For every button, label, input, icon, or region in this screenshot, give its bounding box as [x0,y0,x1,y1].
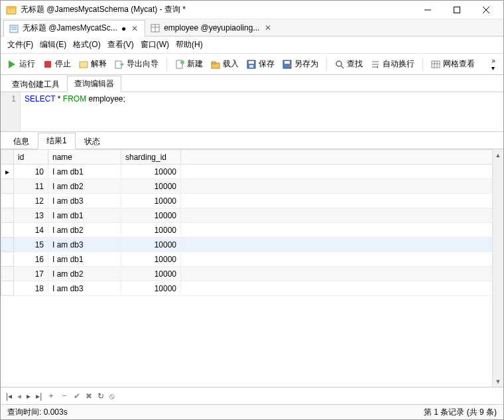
sql-editor[interactable]: 1 SELECT * FROM employee; [1,92,503,132]
cell-id[interactable]: 13 [14,208,48,223]
table-row[interactable]: 15I am db310000 [1,238,503,252]
table-row[interactable]: 18I am db310000 [1,281,503,296]
svg-rect-1 [7,7,16,9]
close-button[interactable] [472,1,501,19]
cell-name[interactable]: I am db1 [48,252,121,267]
svg-point-25 [336,61,342,66]
cell-id[interactable]: 16 [14,252,48,267]
svg-rect-22 [249,65,253,68]
cell-sharding-id[interactable]: 10000 [121,267,181,281]
auto-wrap-button[interactable]: 自动换行 [368,57,417,71]
cell-name[interactable]: I am db2 [48,179,121,194]
cell-name[interactable]: I am db2 [48,267,121,281]
nav-prev-icon[interactable]: ◂ [17,391,21,401]
stop-button[interactable]: 停止 [40,57,74,71]
cell-id[interactable]: 15 [14,238,48,252]
run-button[interactable]: 运行 [5,57,38,71]
svg-rect-21 [249,61,254,64]
nav-first-icon[interactable]: |◂ [6,391,12,401]
tab-query-editor[interactable]: 查询编辑器 [67,76,121,92]
cell-sharding-id[interactable]: 10000 [121,252,181,267]
status-bar: 查询时间: 0.003s 第 1 条记录 (共 9 条) [1,405,503,419]
menu-format[interactable]: 格式(O) [70,38,103,52]
editor-gutter: 1 [1,92,21,131]
svg-rect-27 [432,61,440,68]
cell-id[interactable]: 12 [14,194,48,208]
maximize-button[interactable] [442,1,472,19]
sql-code[interactable]: SELECT * FROM employee; [21,92,503,131]
scroll-up-icon[interactable]: ▲ [493,149,503,161]
explain-button[interactable]: 解释 [76,57,109,71]
cell-id[interactable]: 14 [14,223,48,238]
cell-spacer [181,179,503,194]
cell-sharding-id[interactable]: 10000 [121,165,181,179]
col-sharding-id[interactable]: sharding_id [121,150,181,165]
find-button[interactable]: 查找 [332,57,365,71]
scroll-down-icon[interactable]: ▼ [493,376,503,387]
svg-rect-3 [454,7,460,13]
minimize-button[interactable] [413,1,442,19]
doc-tab-2[interactable]: employee @yeyupiaoling... ✕ [145,19,278,36]
nav-delete-icon[interactable]: － [60,390,68,401]
col-name[interactable]: name [48,150,121,165]
nav-refresh-icon[interactable]: ↻ [97,391,104,401]
cell-id[interactable]: 10 [14,165,48,179]
tab-status[interactable]: 状态 [76,133,109,149]
close-icon[interactable]: ✕ [263,23,273,33]
svg-point-17 [180,60,184,64]
menu-file[interactable]: 文件(F) [5,38,36,52]
cell-name[interactable]: I am db2 [48,223,121,238]
toolbar-overflow[interactable]: »▾ [487,57,499,72]
nav-apply-icon[interactable]: ✔ [74,391,80,401]
cell-name[interactable]: I am db3 [48,238,121,252]
vertical-scrollbar[interactable]: ▲ ▼ [492,149,503,387]
cell-sharding-id[interactable]: 10000 [121,194,181,208]
save-as-button[interactable]: 另存为 [280,57,321,71]
doc-tab-1[interactable]: 无标题 @JamesMycatSc... ● ✕ [3,20,145,36]
result-grid-wrap: id name sharding_id ▸10I am db11000011I … [1,149,503,387]
tab-info[interactable]: 信息 [5,133,38,149]
table-row[interactable]: 14I am db210000 [1,223,503,238]
table-row[interactable]: ▸10I am db110000 [1,165,503,179]
separator [326,58,327,71]
cell-name[interactable]: I am db3 [48,194,121,208]
export-wizard-button[interactable]: 导出向导 [112,57,161,71]
menu-help[interactable]: 帮助(H) [173,38,206,52]
table-row[interactable]: 11I am db210000 [1,179,503,194]
row-header-corner[interactable] [1,150,14,165]
nav-stop-icon[interactable]: ⦸ [109,391,115,401]
table-row[interactable]: 12I am db310000 [1,194,503,208]
load-button[interactable]: 载入 [208,57,241,71]
nav-cancel-icon[interactable]: ✖ [86,391,92,401]
cell-sharding-id[interactable]: 10000 [121,281,181,296]
cell-id[interactable]: 11 [14,179,48,194]
menu-edit[interactable]: 编辑(E) [37,38,69,52]
save-button[interactable]: 保存 [244,57,277,71]
cell-sharding-id[interactable]: 10000 [121,208,181,223]
grid-view-button[interactable]: 网格查看 [428,57,477,71]
cell-sharding-id[interactable]: 10000 [121,238,181,252]
cell-spacer [181,194,503,208]
svg-rect-13 [44,61,51,68]
cell-name[interactable]: I am db1 [48,165,121,179]
cell-id[interactable]: 17 [14,267,48,281]
nav-last-icon[interactable]: ▸| [36,391,42,401]
menu-window[interactable]: 窗口(W) [138,38,172,52]
table-row[interactable]: 17I am db210000 [1,267,503,281]
cell-name[interactable]: I am db3 [48,281,121,296]
tab-query-builder[interactable]: 查询创建工具 [5,76,67,92]
cell-sharding-id[interactable]: 10000 [121,223,181,238]
cell-sharding-id[interactable]: 10000 [121,179,181,194]
close-icon[interactable]: ✕ [130,24,139,33]
result-grid[interactable]: id name sharding_id ▸10I am db11000011I … [1,149,503,387]
cell-id[interactable]: 18 [14,281,48,296]
table-row[interactable]: 16I am db110000 [1,252,503,267]
nav-next-icon[interactable]: ▸ [27,391,31,401]
col-id[interactable]: id [14,150,48,165]
cell-name[interactable]: I am db1 [48,208,121,223]
menu-view[interactable]: 查看(V) [105,38,137,52]
nav-add-icon[interactable]: ＋ [47,390,55,401]
table-row[interactable]: 13I am db110000 [1,208,503,223]
new-button[interactable]: 新建 [172,57,206,71]
tab-result1[interactable]: 结果1 [38,133,76,149]
